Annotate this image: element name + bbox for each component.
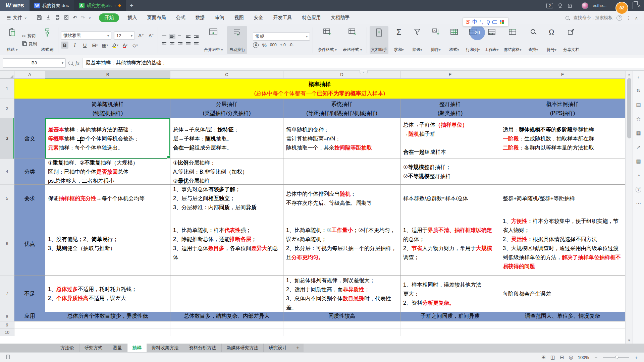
sheet-tab-research-mode[interactable]: 研究方式 bbox=[79, 344, 108, 352]
zoom-level[interactable]: 100% bbox=[578, 355, 589, 360]
column-header-F[interactable]: F bbox=[500, 71, 625, 79]
shading-button[interactable]: ▦▾ bbox=[101, 42, 109, 49]
sheet-tab-data-collection[interactable]: 资料收集方法 bbox=[147, 344, 184, 352]
cell-D5[interactable]: 总体中的个体排列应当随机；不存在次序先后、等级高低、周期等 bbox=[283, 185, 400, 212]
cell-B5[interactable]: 保证抽样框的充分性→每个个体机会均等 bbox=[45, 185, 170, 212]
history-icon[interactable]: ◔ bbox=[637, 172, 640, 179]
cell-C7[interactable] bbox=[170, 276, 283, 312]
sheet-tab-measurement[interactable]: 测量 bbox=[108, 344, 127, 352]
ime-mic-icon[interactable] bbox=[487, 20, 490, 24]
column-header-D[interactable]: D bbox=[283, 71, 400, 79]
ime-keyboard-icon[interactable] bbox=[492, 20, 497, 24]
cell-B8[interactable]: 总体所含个体数目较少，异质性低 bbox=[45, 312, 170, 321]
sheet-tab-data-analysis[interactable]: 资料分析方法 bbox=[184, 344, 222, 352]
more-panel-icon[interactable]: ⋯ bbox=[636, 200, 641, 207]
number-format-select[interactable]: 常规▾ bbox=[253, 33, 310, 41]
tab-page-layout[interactable]: 页面布局 bbox=[143, 13, 170, 22]
cell-F3[interactable]: 适用：群体规模不等的多阶段整群抽样一阶段：生成随机数，抽取样本所在群二阶段：各群… bbox=[500, 118, 625, 159]
restore-window-icon[interactable] bbox=[633, 3, 633, 8]
properties-icon[interactable]: ▤ bbox=[636, 102, 641, 108]
italic-button[interactable]: I bbox=[71, 42, 78, 49]
name-box[interactable]: B3 ▾ bbox=[3, 58, 66, 68]
cell-C9[interactable] bbox=[170, 321, 283, 329]
row-header-4[interactable]: 4 bbox=[0, 159, 14, 185]
table-style-button[interactable]: 表格样式 ▾ bbox=[341, 26, 364, 54]
sort-button[interactable]: AZ 排序▾ bbox=[428, 26, 444, 54]
cell-D7[interactable]: 1、如总体排列有规律，则误差很大；2、适用于同质性高，而非异质性；3、总体内不同… bbox=[283, 276, 400, 312]
cell-E4[interactable]: ①等规模整群抽样；②不等规模整群抽样 bbox=[400, 159, 500, 185]
cell-F4[interactable] bbox=[500, 159, 625, 185]
cell-F10[interactable] bbox=[500, 329, 625, 336]
currency-format-icon[interactable]: ¥ bbox=[253, 42, 259, 48]
cell-C8[interactable]: 总体数目多，结构复杂、内部差异大 bbox=[170, 312, 283, 321]
cell-F7[interactable]: 每阶段都会产生误差 bbox=[500, 276, 625, 312]
eye-protect-icon[interactable]: ◎ bbox=[569, 354, 573, 360]
tab-review[interactable]: 审阅 bbox=[210, 13, 228, 22]
refresh-icon[interactable]: ↻ bbox=[636, 87, 641, 94]
cell-A1-title[interactable]: 概率抽样(总体中每个个体都有一个已知不为零的概率进入样本) bbox=[14, 79, 625, 99]
redo-icon[interactable]: ↷ bbox=[80, 15, 85, 21]
cell-A6[interactable]: 优点 bbox=[14, 212, 45, 276]
column-header-B[interactable]: B bbox=[45, 71, 170, 79]
filter-button[interactable]: 筛选▾ bbox=[409, 26, 425, 54]
help-panel-icon[interactable]: ? bbox=[636, 186, 641, 193]
decrease-font-icon[interactable]: A⁻ bbox=[148, 32, 155, 39]
ime-logo-icon[interactable]: S bbox=[466, 19, 470, 25]
formula-search-icon[interactable] bbox=[68, 61, 73, 65]
row-header-3[interactable]: 3 bbox=[0, 118, 14, 159]
clear-format-button[interactable]: ◇▾ bbox=[131, 42, 139, 49]
zoom-in-button[interactable]: + bbox=[634, 355, 639, 360]
freeze-panes-button[interactable]: 冻结窗格▾ bbox=[502, 26, 523, 54]
cell-D2[interactable]: 系统抽样(等距抽样/间隔抽样/机械抽样) bbox=[283, 99, 400, 118]
select-all-corner[interactable] bbox=[0, 71, 14, 79]
cell-F9[interactable] bbox=[500, 321, 625, 329]
fill-color-button[interactable]: ▾ bbox=[111, 42, 119, 49]
decrease-decimal-icon[interactable]: .0- bbox=[289, 43, 294, 47]
notes-icon[interactable]: ▦ bbox=[636, 130, 641, 136]
zoom-slider-thumb[interactable] bbox=[615, 356, 619, 359]
ime-punctuation-icon[interactable]: '， bbox=[480, 19, 484, 25]
zoom-slider[interactable] bbox=[603, 357, 629, 358]
cell-D8[interactable]: 同质性较高 bbox=[283, 312, 400, 321]
column-header-E[interactable]: E bbox=[400, 71, 500, 79]
avatar[interactable] bbox=[582, 2, 588, 9]
ime-language-icon[interactable]: 中 bbox=[472, 19, 477, 25]
add-sheet-button[interactable]: + bbox=[292, 344, 304, 352]
conditional-format-button[interactable]: 条件格式 ▾ bbox=[316, 26, 338, 54]
column-header-C[interactable]: C bbox=[170, 71, 283, 79]
doc-assistant-button[interactable]: 文档助手 bbox=[370, 26, 388, 54]
sheet-tab-new-media[interactable]: 新媒体研究方法 bbox=[222, 344, 264, 352]
close-window-icon[interactable]: × bbox=[638, 3, 641, 8]
tab-writer-document[interactable]: W 我的答案.doc bbox=[30, 0, 74, 11]
row-header-5[interactable]: 5 bbox=[0, 185, 14, 212]
cell-B6[interactable]: 1、没有偏见；2、简单易行；3、规则健全（抽取与推断） bbox=[45, 212, 170, 276]
search-icon[interactable] bbox=[566, 16, 569, 20]
cell-A7[interactable]: 不足 bbox=[14, 276, 45, 312]
sheet-tab-research-design[interactable]: 研究设计 bbox=[264, 344, 292, 352]
view-normal-icon[interactable]: ⊞ bbox=[541, 354, 546, 360]
ime-panel-icon[interactable] bbox=[500, 20, 504, 24]
font-name-select[interactable]: 微软雅黑▾ bbox=[61, 32, 111, 40]
column-header-A[interactable]: A bbox=[14, 71, 45, 79]
cell-B7[interactable]: 1、总体过多不适用，耗时耗力耗钱；2、个体异质性高不适用，误差大 bbox=[45, 276, 170, 312]
align-center-icon[interactable] bbox=[169, 41, 175, 47]
cell-E10[interactable] bbox=[400, 329, 500, 336]
cell-B2[interactable]: 简单随机抽样(纯随机抽样) bbox=[45, 99, 170, 118]
sum-button[interactable]: Σ 求和▾ bbox=[391, 26, 407, 54]
cut-button[interactable]: ✂剪切 bbox=[22, 33, 37, 39]
row-header-6[interactable]: 6 bbox=[0, 212, 14, 276]
stamp-icon[interactable] bbox=[557, 3, 563, 8]
find-button[interactable]: 查找▾ bbox=[525, 26, 541, 54]
align-right-icon[interactable] bbox=[177, 41, 183, 47]
cell-F5[interactable]: 整群+简单随机/整群+等距抽样 bbox=[500, 185, 625, 212]
merge-center-button[interactable]: 合并居中 ▾ bbox=[202, 26, 225, 54]
align-top-icon[interactable] bbox=[161, 34, 167, 39]
tab-formulas[interactable]: 公式 bbox=[171, 13, 190, 22]
tab-home[interactable]: 开始 bbox=[99, 13, 119, 22]
wrap-text-button[interactable]: 自动换行 bbox=[227, 26, 247, 54]
cell-B9[interactable] bbox=[45, 321, 170, 329]
row-header-7[interactable]: 7 bbox=[0, 276, 14, 312]
format-painter-button[interactable]: 格式刷 bbox=[39, 26, 55, 54]
cell-D3[interactable]: 简单随机的变种；需计算抽样距离=n/N；随机抽取一个，其余按间隔等距抽取 bbox=[283, 118, 400, 159]
star-favorite-icon[interactable]: ☆ bbox=[636, 116, 641, 122]
